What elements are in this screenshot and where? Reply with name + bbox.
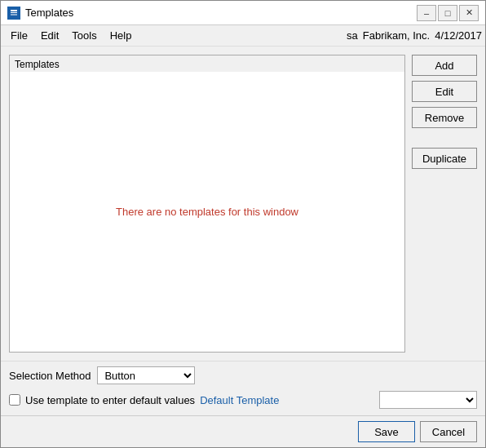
menu-edit[interactable]: Edit: [34, 27, 65, 45]
content-area: Templates There are no templates for thi…: [1, 47, 485, 361]
default-template-link[interactable]: Default Template: [200, 394, 279, 406]
maximize-button[interactable]: □: [438, 5, 457, 21]
templates-group-label: Templates: [10, 55, 404, 72]
status-company: Fabrikam, Inc.: [363, 29, 430, 42]
selection-method-select[interactable]: Button List Lookup: [97, 366, 195, 384]
menu-file[interactable]: File: [4, 27, 34, 45]
cancel-button[interactable]: Cancel: [420, 421, 477, 442]
use-default-template-label: Use template to enter default values: [25, 394, 195, 406]
close-button[interactable]: ✕: [459, 5, 479, 21]
title-bar: Templates – □ ✕: [1, 1, 485, 25]
default-template-row: Use template to enter default values Def…: [9, 391, 477, 409]
status-user: sa: [347, 29, 358, 42]
templates-list: There are no templates for this window: [10, 72, 404, 352]
menu-bar: File Edit Tools Help sa Fabrikam, Inc. 4…: [1, 25, 485, 47]
selection-method-row: Selection Method Button List Lookup: [9, 366, 477, 384]
default-template-select[interactable]: [379, 391, 477, 409]
svg-rect-1: [11, 10, 17, 11]
footer-bar: Save Cancel: [1, 415, 485, 447]
svg-rect-3: [11, 14, 17, 15]
templates-group: Templates There are no templates for thi…: [9, 55, 405, 353]
add-button[interactable]: Add: [412, 55, 477, 76]
main-window: Templates – □ ✕ File Edit Tools Help sa …: [0, 0, 486, 448]
window-title: Templates: [25, 7, 417, 19]
remove-button[interactable]: Remove: [412, 107, 477, 128]
default-template-checkbox[interactable]: [9, 394, 20, 406]
right-panel: Add Edit Remove Duplicate: [412, 55, 477, 353]
status-date: 4/12/2017: [435, 29, 482, 42]
menu-help[interactable]: Help: [104, 27, 139, 45]
selection-method-label: Selection Method: [9, 370, 91, 382]
left-panel: Templates There are no templates for thi…: [9, 55, 405, 353]
duplicate-button[interactable]: Duplicate: [412, 148, 477, 169]
window-controls: – □ ✕: [417, 5, 479, 21]
save-button[interactable]: Save: [358, 421, 415, 442]
svg-rect-2: [11, 12, 17, 13]
edit-button[interactable]: Edit: [412, 81, 477, 102]
app-icon: [7, 7, 20, 20]
menu-tools[interactable]: Tools: [65, 27, 103, 45]
minimize-button[interactable]: –: [417, 5, 436, 21]
bottom-controls: Selection Method Button List Lookup Use …: [1, 361, 485, 415]
no-templates-message: There are no templates for this window: [116, 206, 298, 218]
